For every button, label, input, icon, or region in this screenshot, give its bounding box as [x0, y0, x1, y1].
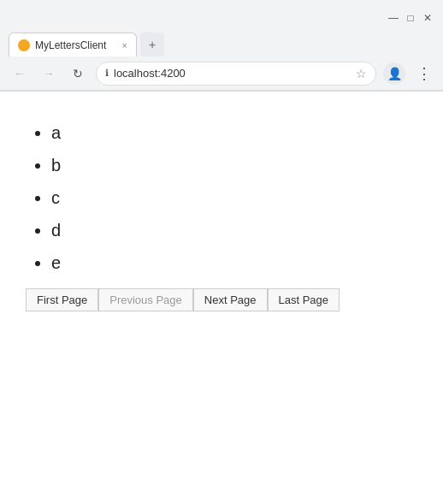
browser-tab[interactable]: MyLettersClient ×: [9, 33, 137, 56]
tab-favicon: [18, 39, 30, 51]
list-item: a: [51, 124, 417, 141]
chrome-menu-button[interactable]: ⋮: [412, 62, 434, 85]
list-item: b: [51, 157, 417, 174]
refresh-icon: ↻: [73, 67, 83, 80]
restore-button[interactable]: □: [404, 11, 417, 25]
back-icon: ←: [14, 67, 26, 80]
user-icon: 👤: [387, 67, 402, 80]
close-button[interactable]: ✕: [421, 11, 434, 25]
minimize-button[interactable]: ―: [387, 11, 400, 25]
letter-list: abcde: [26, 124, 417, 271]
pagination-controls: First Page Previous Page Next Page Last …: [26, 288, 417, 311]
refresh-button[interactable]: ↻: [67, 62, 89, 85]
forward-button[interactable]: →: [38, 62, 60, 85]
tab-title: MyLettersClient: [35, 39, 106, 51]
next-page-button[interactable]: Next Page: [193, 288, 268, 311]
address-text: localhost:4200: [114, 67, 351, 80]
list-item: d: [51, 222, 417, 239]
page-content: abcde First Page Previous Page Next Page…: [0, 92, 443, 329]
list-item: e: [51, 254, 417, 271]
lock-icon: ℹ: [105, 68, 109, 79]
address-bar[interactable]: ℹ localhost:4200 ☆: [96, 62, 376, 86]
bookmark-icon[interactable]: ☆: [356, 67, 367, 80]
prev-page-button[interactable]: Previous Page: [98, 288, 193, 311]
last-page-button[interactable]: Last Page: [268, 288, 340, 311]
forward-icon: →: [43, 67, 55, 80]
tab-close-button[interactable]: ×: [122, 40, 127, 50]
back-button[interactable]: ←: [9, 62, 31, 85]
user-account-button[interactable]: 👤: [383, 62, 405, 85]
menu-icon: ⋮: [416, 64, 430, 83]
new-tab-button[interactable]: +: [140, 33, 164, 56]
list-item: c: [51, 189, 417, 206]
first-page-button[interactable]: First Page: [26, 288, 98, 311]
